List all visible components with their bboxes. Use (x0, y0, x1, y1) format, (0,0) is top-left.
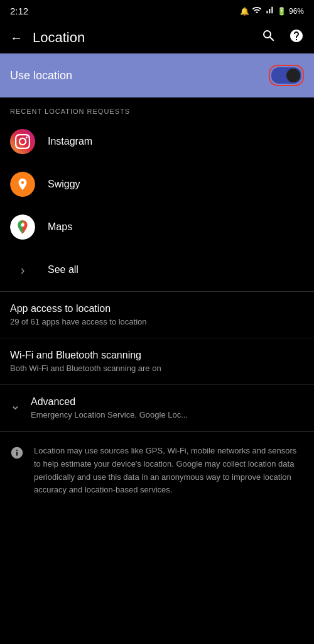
wifi-bluetooth-item[interactable]: Wi-Fi and Bluetooth scanning Both Wi-Fi … (0, 338, 314, 385)
alarm-icon: 🔔 (240, 7, 249, 16)
toggle-knob (286, 69, 300, 82)
use-location-banner[interactable]: Use location (0, 53, 314, 97)
settings-section: App access to location 29 of 61 apps hav… (0, 292, 314, 431)
chevron-down-icon: ⌄ (10, 397, 21, 413)
battery-percent: 96% (289, 7, 304, 16)
wifi-icon (252, 5, 262, 17)
wifi-bluetooth-title: Wi-Fi and Bluetooth scanning (10, 350, 304, 361)
see-all-label: See all (48, 264, 78, 275)
see-all-item[interactable]: › See all (0, 248, 314, 291)
search-button[interactable] (261, 28, 276, 47)
instagram-label: Instagram (48, 136, 92, 147)
header: ← Location (0, 22, 314, 53)
battery-icon: 🔋 (277, 7, 286, 16)
list-item[interactable]: Swiggy (0, 163, 314, 206)
signal-icon (264, 5, 274, 17)
page-title: Location (33, 30, 261, 46)
help-button[interactable] (289, 28, 304, 47)
chevron-right-icon: › (10, 257, 35, 282)
instagram-icon (10, 129, 35, 154)
use-location-toggle-wrapper (269, 65, 304, 86)
recent-requests-header: RECENT LOCATION REQUESTS (0, 97, 314, 120)
app-access-title: App access to location (10, 303, 304, 314)
header-actions (261, 28, 304, 47)
advanced-title: Advanced (31, 396, 304, 408)
app-access-item[interactable]: App access to location 29 of 61 apps hav… (0, 292, 314, 338)
status-icons: 🔔 🔋 96% (240, 5, 304, 17)
info-icon (10, 446, 24, 463)
swiggy-label: Swiggy (48, 179, 80, 190)
status-time: 2:12 (10, 6, 28, 16)
advanced-subtitle: Emergency Location Service, Google Loc..… (31, 410, 304, 419)
info-text: Location may use sources like GPS, Wi-Fi… (34, 445, 304, 497)
use-location-label: Use location (10, 69, 72, 82)
swiggy-icon (10, 172, 35, 197)
back-button[interactable]: ← (10, 31, 23, 45)
maps-icon (10, 214, 35, 240)
wifi-bluetooth-subtitle: Both Wi-Fi and Bluetooth scanning are on (10, 364, 304, 373)
list-item[interactable]: Maps (0, 206, 314, 248)
status-bar: 2:12 🔔 🔋 96% (0, 0, 314, 22)
advanced-content: Advanced Emergency Location Service, Goo… (31, 396, 304, 419)
maps-label: Maps (48, 221, 72, 233)
info-footer: Location may use sources like GPS, Wi-Fi… (0, 431, 314, 509)
svg-point-0 (21, 223, 24, 226)
advanced-item[interactable]: ⌄ Advanced Emergency Location Service, G… (0, 385, 314, 431)
app-access-subtitle: 29 of 61 apps have access to location (10, 317, 304, 326)
use-location-toggle[interactable] (271, 67, 301, 84)
list-item[interactable]: Instagram (0, 120, 314, 163)
